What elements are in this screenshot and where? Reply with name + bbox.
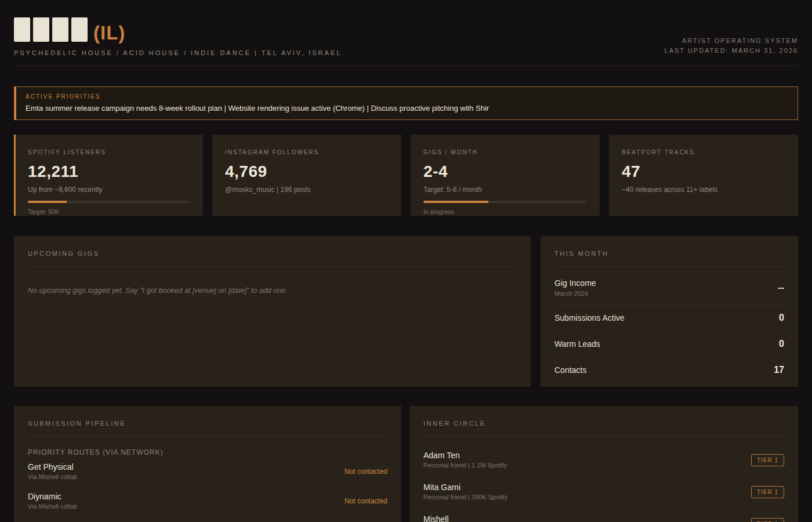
contact-info: Adam Ten Personal friend | 1.1M Spotify [423, 451, 507, 469]
upcoming-gigs-empty-message: No upcoming gigs logged yet. Say "I got … [28, 287, 517, 295]
contact-info: Mita Gami Personal friend | 390K Spotify [423, 483, 507, 501]
contact-name: Mishell [423, 514, 529, 522]
metric-label: Warm Leads [554, 339, 600, 349]
stat-value: 4,769 [225, 162, 387, 181]
artist-tagline: PSYCHEDELIC HOUSE / ACID HOUSE / INDIE D… [14, 49, 342, 56]
stat-value: 47 [622, 162, 784, 181]
stat-label: GIGS / MONTH [423, 149, 586, 155]
tier-badge: TIER 1 [751, 518, 784, 522]
last-updated: LAST UPDATED: MARCH 31, 2026 [665, 46, 798, 56]
stat-sub: Target: 5-8 / month [423, 186, 586, 194]
stat-label: INSTAGRAM FOLLOWERS [225, 149, 387, 155]
progress-fill [28, 201, 67, 203]
metric: Gig Income March 2026 [554, 278, 596, 297]
this-month-panel: THIS MONTH Gig Income March 2026 -- Subm… [541, 236, 798, 387]
progress-bar [423, 201, 586, 203]
this-month-row-contacts: Contacts 17 [554, 357, 784, 383]
stat-sub: Up from ~9,600 recently [28, 186, 189, 194]
upcoming-gigs-panel: UPCOMING GIGS No upcoming gigs logged ye… [14, 236, 531, 387]
stat-value: 2-4 [423, 162, 586, 181]
status-badge: Not contacted [345, 467, 387, 476]
submission-pipeline-panel: SUBMISSION PIPELINE PRIORITY ROUTES (VIA… [14, 406, 401, 522]
pipeline-target: Diynamic Via Mishell collab [28, 492, 77, 510]
stat-footer: Target: 50K [28, 208, 189, 215]
stat-value: 12,211 [28, 162, 189, 181]
panel-title: INNER CIRCLE [423, 420, 784, 437]
label-name: Get Physical [28, 462, 77, 472]
metric-label: Submissions Active [554, 313, 625, 322]
logo-block [52, 17, 68, 42]
label-route: Via Mishell collab [28, 473, 77, 481]
this-month-row-warm-leads: Warm Leads 0 [554, 331, 784, 357]
contact-detail: Personal friend | 390K Spotify [423, 494, 507, 501]
metric-label: Contacts [554, 365, 586, 375]
stat-sub: @mosko_music | 196 posts [225, 186, 387, 194]
priority-routes-label: PRIORITY ROUTES (VIA NETWORK) [28, 448, 387, 456]
logo: (IL) [14, 17, 342, 42]
panel-title: THIS MONTH [554, 250, 784, 267]
stat-sub: ~40 releases across 11+ labels [622, 186, 784, 194]
pipeline-row: Blue Shadow [28, 516, 387, 522]
contact-name: Mita Gami [423, 483, 507, 492]
system-label: ARTIST OPERATING SYSTEM [665, 36, 798, 46]
contact-row: Adam Ten Personal friend | 1.1M Spotify … [423, 444, 784, 476]
logo-block [71, 17, 88, 42]
metric-value: -- [778, 282, 784, 293]
metric-value: 0 [779, 339, 784, 349]
status-badge: Not contacted [345, 497, 387, 505]
metric-sublabel: March 2026 [554, 290, 596, 297]
stat-card-gigs-per-month: GIGS / MONTH 2-4 Target: 5-8 / month In … [411, 135, 600, 216]
header-meta: ARTIST OPERATING SYSTEM LAST UPDATED: MA… [665, 36, 798, 56]
stat-footer: In progress [423, 208, 586, 215]
header: (IL) PSYCHEDELIC HOUSE / ACID HOUSE / IN… [14, 0, 798, 66]
pipeline-row: Diynamic Via Mishell collab Not contacte… [28, 486, 387, 516]
stat-label: SPOTIFY LISTENERS [28, 149, 189, 155]
inner-circle-list: Adam Ten Personal friend | 1.1M Spotify … [423, 444, 784, 522]
label-name: Diynamic [28, 492, 77, 501]
stat-card-instagram-followers: INSTAGRAM FOLLOWERS 4,769 @mosko_music |… [212, 135, 401, 216]
artist-dashboard: (IL) PSYCHEDELIC HOUSE / ACID HOUSE / IN… [0, 0, 812, 522]
priorities-label: ACTIVE PRIORITIES [26, 93, 788, 100]
logo-blocks [14, 17, 88, 42]
label-route: Via Mishell collab [28, 503, 77, 510]
metric-label: Gig Income [554, 278, 596, 288]
tier-badge: TIER 1 [751, 486, 784, 498]
contact-info: Mishell Collaborator | Get Physical, Diy… [423, 514, 529, 522]
this-month-row-submissions-active: Submissions Active 0 [554, 305, 784, 331]
progress-bar [28, 201, 189, 203]
bottom-row: SUBMISSION PIPELINE PRIORITY ROUTES (VIA… [14, 406, 798, 522]
pipeline-target: Get Physical Via Mishell collab [28, 462, 77, 481]
panel-title: SUBMISSION PIPELINE [28, 420, 387, 437]
stat-label: BEATPORT TRACKS [622, 149, 784, 155]
stat-card-beatport-tracks: BEATPORT TRACKS 47 ~40 releases across 1… [609, 135, 798, 216]
tier-badge: TIER 1 [751, 454, 784, 466]
inner-circle-panel: INNER CIRCLE Adam Ten Personal friend | … [409, 406, 798, 522]
stats-row: SPOTIFY LISTENERS 12,211 Up from ~9,600 … [14, 135, 798, 216]
logo-block [14, 17, 30, 42]
header-left: (IL) PSYCHEDELIC HOUSE / ACID HOUSE / IN… [14, 17, 342, 56]
contact-name: Adam Ten [423, 451, 507, 460]
panel-title: UPCOMING GIGS [28, 250, 517, 267]
stat-card-spotify-listeners: SPOTIFY LISTENERS 12,211 Up from ~9,600 … [14, 135, 203, 216]
this-month-row-gig-income: Gig Income March 2026 -- [554, 267, 784, 305]
priorities-text: Emta summer release campaign needs 8-wee… [26, 104, 788, 113]
middle-row: UPCOMING GIGS No upcoming gigs logged ye… [14, 236, 798, 387]
progress-fill [423, 201, 488, 203]
metric-value: 17 [774, 365, 784, 375]
pipeline-row: Get Physical Via Mishell collab Not cont… [28, 456, 387, 486]
logo-country-suffix: (IL) [93, 24, 125, 42]
active-priorities-banner: ACTIVE PRIORITIES Emta summer release ca… [14, 86, 798, 120]
contact-detail: Personal friend | 1.1M Spotify [423, 462, 507, 469]
contact-row: Mishell Collaborator | Get Physical, Diy… [423, 507, 784, 522]
metric-value: 0 [779, 313, 784, 323]
logo-block [33, 17, 49, 42]
contact-row: Mita Gami Personal friend | 390K Spotify… [423, 476, 784, 507]
